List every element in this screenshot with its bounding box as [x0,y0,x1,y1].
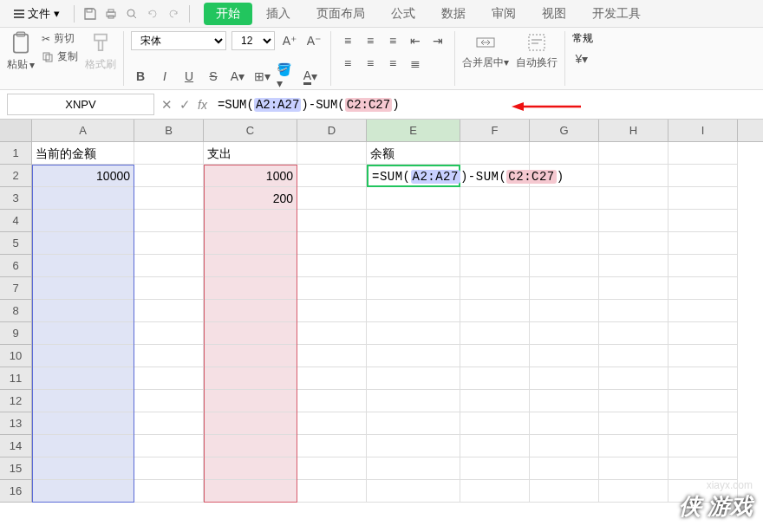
cell-A5[interactable] [32,232,134,255]
decrease-font-icon[interactable]: A⁻ [304,31,323,50]
cell-B5[interactable] [134,232,204,255]
cell-I7[interactable] [668,277,738,300]
cell-C7[interactable] [204,277,297,300]
tab-review[interactable]: 审阅 [479,3,528,25]
underline-button[interactable]: U [179,67,199,86]
cell-D9[interactable] [297,322,367,345]
cell-A1[interactable]: 当前的金额 [32,142,134,165]
cell-C11[interactable] [204,367,297,390]
cell-C5[interactable] [204,232,297,255]
cell-G8[interactable] [530,300,599,322]
cell-D15[interactable] [297,457,367,480]
cell-E11[interactable] [367,367,460,390]
cell-A15[interactable] [32,457,134,480]
cell-A11[interactable] [32,367,134,390]
cell-C3[interactable]: 200 [204,187,297,210]
cell-I2[interactable] [668,165,738,187]
row-header[interactable]: 10 [0,345,32,367]
cell-H13[interactable] [599,412,668,435]
cell-D10[interactable] [297,345,367,367]
cell-B7[interactable] [134,277,204,300]
cell-B2[interactable] [134,165,204,187]
cell-H10[interactable] [599,345,668,367]
cell-G4[interactable] [530,210,599,232]
cell-H15[interactable] [599,457,668,480]
cell-C4[interactable] [204,210,297,232]
cell-C16[interactable] [204,480,297,503]
accept-formula-icon[interactable]: ✓ [179,97,191,113]
cell-A4[interactable] [32,210,134,232]
cell-G11[interactable] [530,367,599,390]
copy-button[interactable]: 复制 [42,49,78,64]
cell-C15[interactable] [204,457,297,480]
tab-data[interactable]: 数据 [429,3,478,25]
cell-E10[interactable] [367,345,460,367]
select-all-corner[interactable] [0,120,32,141]
cell-I3[interactable] [668,187,738,210]
row-header[interactable]: 16 [0,480,32,503]
row-header[interactable]: 6 [0,255,32,277]
cell-I11[interactable] [668,367,738,390]
cell-B16[interactable] [134,480,204,503]
cell-F9[interactable] [460,322,530,345]
row-header[interactable]: 5 [0,232,32,255]
distribute-icon[interactable]: ≣ [406,54,425,73]
cell-I15[interactable] [668,457,738,480]
align-middle-icon[interactable]: ≡ [361,31,380,50]
cell-D2[interactable] [297,165,367,187]
cell-E9[interactable] [367,322,460,345]
col-header-I[interactable]: I [668,120,738,141]
cell-A13[interactable] [32,412,134,435]
print-icon[interactable] [102,5,120,23]
cell-D6[interactable] [297,255,367,277]
cell-C12[interactable] [204,390,297,412]
cell-B3[interactable] [134,187,204,210]
format-painter-button[interactable]: 格式刷 [85,31,116,72]
strike-button[interactable]: S [204,67,223,86]
cell-H2[interactable] [599,165,668,187]
row-header[interactable]: 15 [0,457,32,480]
cell-D14[interactable] [297,435,367,457]
merge-center-button[interactable]: 合并居中▾ [462,31,509,70]
cell-G12[interactable] [530,390,599,412]
cell-E6[interactable] [367,255,460,277]
cell-E4[interactable] [367,210,460,232]
cell-E14[interactable] [367,435,460,457]
cell-D12[interactable] [297,390,367,412]
cell-E13[interactable] [367,412,460,435]
tab-developer[interactable]: 开发工具 [580,3,653,25]
cell-E1[interactable]: 余额 [367,142,460,165]
cell-A7[interactable] [32,277,134,300]
row-header[interactable]: 4 [0,210,32,232]
cell-H3[interactable] [599,187,668,210]
col-header-G[interactable]: G [530,120,599,141]
cell-C6[interactable] [204,255,297,277]
cell-E8[interactable] [367,300,460,322]
cell-A14[interactable] [32,435,134,457]
row-header[interactable]: 9 [0,322,32,345]
cell-B4[interactable] [134,210,204,232]
font-effects-button[interactable]: A▾ [228,67,247,86]
cell-D13[interactable] [297,412,367,435]
col-header-D[interactable]: D [297,120,367,141]
cell-B1[interactable] [134,142,204,165]
cut-button[interactable]: ✂剪切 [42,31,78,46]
italic-button[interactable]: I [155,67,174,86]
app-menu-button[interactable]: 文件 ▾ [7,3,67,25]
cell-F15[interactable] [460,457,530,480]
cell-F8[interactable] [460,300,530,322]
cell-A3[interactable] [32,187,134,210]
cell-G15[interactable] [530,457,599,480]
font-size-select[interactable]: 12 [232,31,275,50]
cell-C8[interactable] [204,300,297,322]
cell-I4[interactable] [668,210,738,232]
cell-H6[interactable] [599,255,668,277]
tab-insert[interactable]: 插入 [254,3,303,25]
cell-I16[interactable] [668,480,738,503]
cell-D11[interactable] [297,367,367,390]
cell-B6[interactable] [134,255,204,277]
fx-icon[interactable]: fx [198,98,207,112]
col-header-H[interactable]: H [599,120,668,141]
cell-I6[interactable] [668,255,738,277]
row-header[interactable]: 3 [0,187,32,210]
